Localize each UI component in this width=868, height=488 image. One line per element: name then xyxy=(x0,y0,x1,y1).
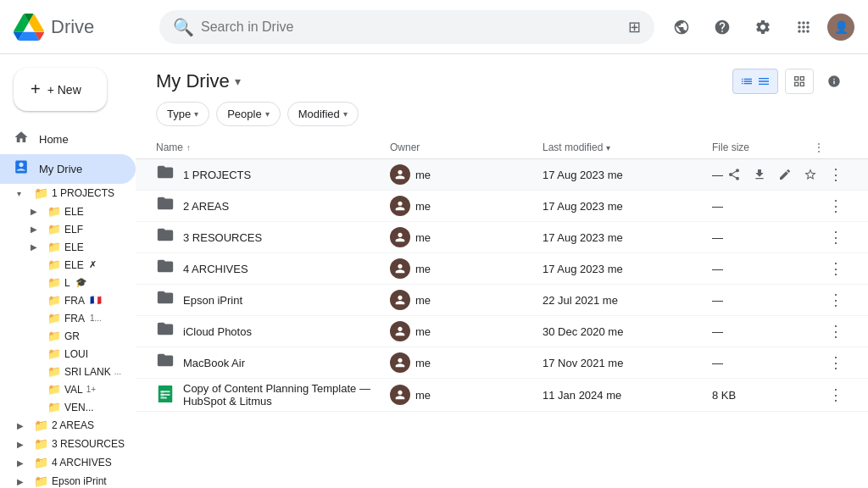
owner-cell: me xyxy=(390,385,542,405)
tree-label: ELF xyxy=(64,224,83,236)
more-options-icon[interactable]: ⋮ xyxy=(824,257,848,280)
tree-expand-icon: ▶ xyxy=(31,225,44,234)
tree-item-fra2[interactable]: 📁 FRA 1... xyxy=(0,309,136,327)
col-more-icon[interactable]: ⋮ xyxy=(814,141,824,153)
owner-cell: me xyxy=(390,164,542,185)
tree-item-ele3[interactable]: 📁 ELE ✗ xyxy=(0,256,136,274)
tree-item-ven[interactable]: 📁 VEN... xyxy=(0,398,136,416)
tree-item-fra1[interactable]: 📁 FRA 🇫🇷 xyxy=(0,291,136,309)
search-options-icon[interactable]: ⊞ xyxy=(628,18,641,36)
help-icon[interactable] xyxy=(705,10,739,44)
more-options-icon[interactable]: ⋮ xyxy=(824,225,848,249)
file-row[interactable]: Copy of Content Planning Template — HubS… xyxy=(136,379,868,412)
search-input[interactable] xyxy=(201,19,621,35)
more-options-icon[interactable]: ⋮ xyxy=(824,194,848,218)
user-avatar[interactable]: 👤 xyxy=(827,14,854,41)
tree-badge: 1+ xyxy=(86,385,96,394)
filters-bar: Type ▾ People ▾ Modified ▾ xyxy=(136,102,868,136)
file-row[interactable]: 2 AREAS me 17 Aug 2023 me — ⋮ xyxy=(136,191,868,222)
new-button[interactable]: + + New xyxy=(14,68,107,111)
tree-item-ele1[interactable]: ▶ 📁 ELE xyxy=(0,202,136,220)
tree-item-2areas[interactable]: ▶ 📁 2 AREAS xyxy=(0,416,136,435)
list-view-button[interactable] xyxy=(732,69,778,94)
share-icon[interactable] xyxy=(722,163,746,186)
row-actions: ⋮ xyxy=(722,163,848,186)
owner-avatar xyxy=(390,258,410,279)
tree-item-1projects[interactable]: ▾ 📁 1 PROJECTS xyxy=(0,184,136,202)
sort-arrow-lastmod: ▾ xyxy=(606,143,610,152)
tree-folder-icon: 📁 xyxy=(47,241,61,253)
owner-cell: me xyxy=(390,290,542,310)
file-row[interactable]: MacBook Air me 17 Nov 2021 me — ⋮ xyxy=(136,347,868,379)
download-icon[interactable] xyxy=(748,163,771,186)
drive-title-dropdown[interactable]: ▾ xyxy=(235,75,241,88)
sheets-icon xyxy=(156,385,175,406)
tree-label: FRA xyxy=(64,295,85,307)
tree-item-loui[interactable]: 📁 LOUI xyxy=(0,345,136,363)
filter-people[interactable]: People ▾ xyxy=(216,102,280,126)
sidebar-item-home[interactable]: Home xyxy=(0,125,136,154)
tree-folder-icon: 📁 xyxy=(47,383,61,396)
owner-avatar xyxy=(390,321,410,341)
more-options-icon[interactable]: ⋮ xyxy=(824,319,848,343)
search-bar[interactable]: 🔍 ⊞ xyxy=(159,10,654,44)
more-options-icon[interactable]: ⋮ xyxy=(824,288,848,312)
tree-folder-icon: 📁 xyxy=(34,186,48,200)
plus-icon: + xyxy=(31,80,41,99)
tree-expand-icon: ▶ xyxy=(17,421,31,430)
file-name-cell: Epson iPrint xyxy=(156,288,390,312)
edit-icon[interactable] xyxy=(773,163,797,186)
svg-rect-3 xyxy=(161,396,167,398)
content-header: My Drive ▾ xyxy=(136,54,868,102)
logo-text: Drive xyxy=(51,16,94,38)
apps-icon[interactable] xyxy=(787,10,821,44)
more-options-icon[interactable]: ⋮ xyxy=(824,351,848,374)
file-name: 4 ARCHIVES xyxy=(183,263,248,275)
tree-badge: ✗ xyxy=(89,259,97,270)
more-options-icon[interactable]: ⋮ xyxy=(824,383,848,407)
info-button[interactable] xyxy=(821,68,848,95)
tree-expand-icon: ▶ xyxy=(31,242,44,252)
filter-modified[interactable]: Modified ▾ xyxy=(287,102,359,126)
file-name: 3 RESOURCES xyxy=(183,231,262,244)
sidebar-item-my-drive[interactable]: My Drive xyxy=(0,154,136,184)
col-name-header[interactable]: Name ↑ xyxy=(156,141,390,153)
tree-item-gr[interactable]: 📁 GR xyxy=(0,327,136,345)
file-row[interactable]: 1 PROJECTS me 17 Aug 2023 me — xyxy=(136,159,868,191)
more-options-icon[interactable]: ⋮ xyxy=(824,163,848,186)
tree-label: 1 PROJECTS xyxy=(52,187,114,199)
tree-item-val[interactable]: 📁 VAL 1+ xyxy=(0,380,136,398)
tree-item-elf[interactable]: ▶ 📁 ELF xyxy=(0,220,136,238)
my-drive-icon xyxy=(14,159,29,179)
star-icon[interactable] xyxy=(798,163,822,186)
folder-icon xyxy=(156,225,175,249)
file-name-cell: 1 PROJECTS xyxy=(156,163,390,186)
file-row[interactable]: iCloud Photos me 30 Dec 2020 me — ⋮ xyxy=(136,316,868,347)
tree-flag: 🇫🇷 xyxy=(90,295,102,306)
tree-item-srilank[interactable]: 📁 SRI LANK ... xyxy=(0,363,136,380)
file-row[interactable]: 4 ARCHIVES me 17 Aug 2023 me — ⋮ xyxy=(136,253,868,285)
file-name-cell: MacBook Air xyxy=(156,351,390,374)
tree-item-3resources[interactable]: ▶ 📁 3 RESOURCES xyxy=(0,435,136,453)
tree-badge: 1... xyxy=(90,313,102,323)
last-modified: 17 Nov 2021 me xyxy=(542,357,712,369)
owner-name: me xyxy=(415,325,431,338)
filter-type[interactable]: Type ▾ xyxy=(156,102,209,126)
tree-label: 4 ARCHIVES xyxy=(52,457,112,469)
col-lastmod-header[interactable]: Last modified ▾ xyxy=(542,141,712,153)
tree-item-epson[interactable]: ▶ 📁 Epson iPrint xyxy=(0,472,136,488)
file-row[interactable]: Epson iPrint me 22 Jul 2021 me — ⋮ xyxy=(136,285,868,316)
actions-cell: ⋮ xyxy=(814,383,848,407)
owner-name: me xyxy=(415,294,431,307)
tree-item-ele2[interactable]: ▶ 📁 ELE xyxy=(0,238,136,256)
tree-item-l[interactable]: 📁 L 🎓 xyxy=(0,274,136,291)
folder-icon xyxy=(156,288,175,312)
folder-icon xyxy=(156,257,175,280)
grid-view-button[interactable] xyxy=(785,69,814,94)
file-name: MacBook Air xyxy=(183,357,245,369)
settings-icon[interactable] xyxy=(746,10,780,44)
tree-item-4archives[interactable]: ▶ 📁 4 ARCHIVES xyxy=(0,453,136,472)
account-circle-icon[interactable] xyxy=(665,10,698,44)
owner-avatar xyxy=(390,290,410,310)
file-row[interactable]: 3 RESOURCES me 17 Aug 2023 me — ⋮ xyxy=(136,222,868,253)
